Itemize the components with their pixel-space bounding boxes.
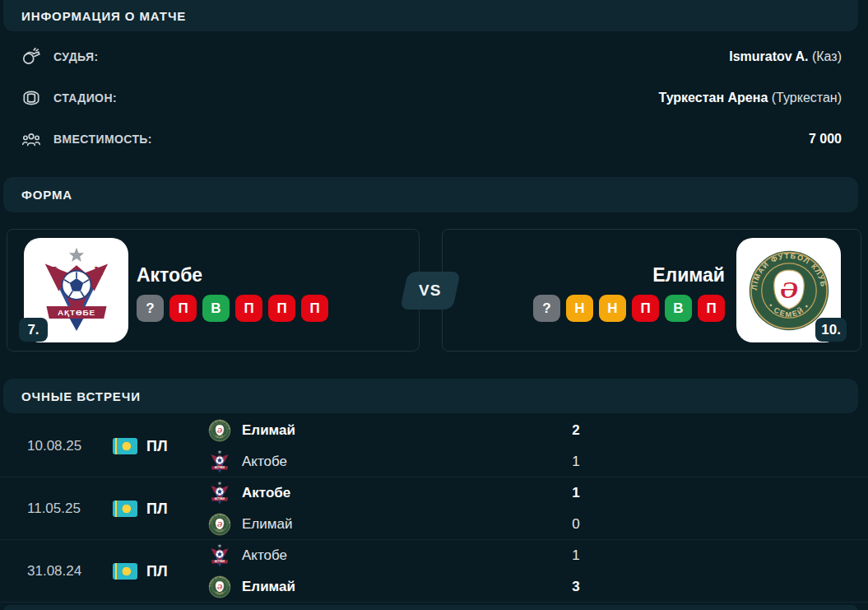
- vs-label: VS: [419, 282, 441, 300]
- home-team-name[interactable]: Актобе: [137, 264, 328, 286]
- referee-name: Ismuratov A.: [729, 49, 808, 63]
- form-badge[interactable]: П: [301, 295, 328, 322]
- score-column: 1 0: [543, 477, 609, 540]
- form-badge[interactable]: ?: [137, 295, 164, 322]
- form-badge[interactable]: Н: [566, 295, 593, 322]
- away-rank-badge: 10.: [815, 318, 847, 342]
- capacity-row: ВМЕСТИМОСТЬ: 7 000: [0, 119, 868, 160]
- h2h-match-row[interactable]: 11.05.25 ПЛ Актобе Елимай 1 0: [0, 477, 868, 540]
- section-header-match-info: ИНФОРМАЦИЯ О МАТЧЕ: [3, 0, 858, 31]
- match-info-rows: СУДЬЯ: Ismuratov A. (Каз) СТАДИОН: Турке…: [0, 36, 868, 160]
- h2h-match-row[interactable]: 31.08.24 ПЛ Актобе Елимай 1 3: [0, 540, 868, 603]
- team-logo-icon: [208, 512, 231, 537]
- form-badge[interactable]: П: [268, 295, 295, 322]
- h2h-team[interactable]: Актобе: [208, 477, 292, 509]
- whistle-icon: [21, 46, 42, 68]
- home-rank-badge: 7.: [19, 318, 48, 342]
- referee-value: Ismuratov A. (Каз): [729, 49, 842, 64]
- away-form-badges: ? Н Н П В П: [533, 295, 725, 322]
- form-badge[interactable]: П: [169, 295, 197, 322]
- away-team-name[interactable]: Елимай: [652, 264, 725, 286]
- vs-badge: VS: [400, 272, 461, 310]
- match-date: 11.05.25: [27, 477, 81, 540]
- league-label[interactable]: ПЛ: [146, 477, 168, 540]
- score-column: 1 3: [543, 540, 609, 603]
- team-logo-icon: [208, 418, 231, 443]
- h2h-team[interactable]: Елимай: [208, 571, 295, 603]
- match-info-panel: ИНФОРМАЦИЯ О МАТЧЕ СУДЬЯ: Ismuratov A. (…: [0, 0, 868, 610]
- team-logo-icon: [208, 481, 231, 505]
- team-name: Елимай: [242, 516, 292, 533]
- league-label[interactable]: ПЛ: [146, 415, 168, 477]
- team-score: 1: [543, 540, 609, 571]
- form-badge[interactable]: В: [202, 295, 230, 322]
- stadium-name: Туркестан Арена: [658, 91, 768, 105]
- stadium-row: СТАДИОН: Туркестан Арена (Туркестан): [0, 77, 868, 119]
- section-header-h2h: ОЧНЫЕ ВСТРЕЧИ: [3, 379, 858, 413]
- team-name: Актобе: [242, 454, 287, 470]
- team-logo-icon: [208, 575, 231, 599]
- section-title: ИНФОРМАЦИЯ О МАТЧЕ: [21, 9, 186, 23]
- score-column: 2 1: [543, 415, 609, 477]
- home-form-badges: ? П В П П П: [137, 295, 328, 322]
- form-badge[interactable]: П: [235, 295, 262, 322]
- stadium-city: (Туркестан): [772, 91, 842, 105]
- team-name: Актобе: [242, 485, 290, 501]
- form-badge[interactable]: П: [632, 295, 659, 322]
- referee-country: (Каз): [812, 49, 842, 63]
- h2h-list: 10.08.25 ПЛ Елимай Актобе 2 1 11.05.25: [0, 415, 868, 603]
- next-section-divider: [3, 605, 858, 610]
- referee-row: СУДЬЯ: Ismuratov A. (Каз): [0, 36, 868, 77]
- referee-label: СУДЬЯ:: [53, 50, 99, 63]
- stadium-label: СТАДИОН:: [53, 91, 117, 105]
- league-label[interactable]: ПЛ: [146, 540, 168, 603]
- h2h-team[interactable]: Актобе: [208, 446, 295, 477]
- team-logo-icon: [208, 543, 231, 568]
- form-card-home[interactable]: 7. Актобе ? П В П П П: [7, 229, 420, 352]
- capacity-icon: [21, 128, 42, 150]
- capacity-value: 7 000: [809, 132, 842, 147]
- team-name: Елимай: [242, 579, 295, 595]
- h2h-team[interactable]: Елимай: [208, 509, 292, 540]
- form-badge[interactable]: Н: [599, 295, 626, 322]
- match-date: 31.08.24: [27, 540, 81, 603]
- h2h-team[interactable]: Актобе: [208, 540, 295, 571]
- team-score: 3: [543, 571, 609, 603]
- h2h-team[interactable]: Елимай: [208, 415, 295, 446]
- match-date: 10.08.25: [27, 415, 81, 477]
- team-score: 2: [543, 415, 609, 446]
- kazakhstan-flag-icon: [113, 438, 137, 454]
- capacity-number: 7 000: [809, 132, 842, 146]
- form-card-away[interactable]: 10. Елимай ? Н Н П В П: [442, 229, 861, 352]
- kazakhstan-flag-icon: [113, 501, 137, 517]
- form-badge[interactable]: В: [665, 295, 692, 322]
- team-score: 1: [543, 446, 609, 477]
- team-score: 1: [543, 477, 609, 509]
- team-logo-icon: [208, 449, 231, 474]
- kazakhstan-flag-icon: [113, 563, 137, 580]
- section-header-form: ФОРМА: [3, 177, 858, 212]
- section-title: ФОРМА: [21, 188, 72, 202]
- h2h-match-row[interactable]: 10.08.25 ПЛ Елимай Актобе 2 1: [0, 415, 868, 477]
- team-score: 0: [543, 509, 609, 540]
- form-badge[interactable]: ?: [533, 295, 560, 322]
- stadium-icon: [21, 87, 42, 109]
- form-badge[interactable]: П: [698, 295, 725, 322]
- stadium-value: Туркестан Арена (Туркестан): [658, 91, 842, 105]
- team-name: Елимай: [242, 422, 295, 439]
- team-name: Актобе: [242, 547, 287, 564]
- capacity-label: ВМЕСТИМОСТЬ:: [53, 133, 152, 146]
- section-title: ОЧНЫЕ ВСТРЕЧИ: [21, 389, 141, 403]
